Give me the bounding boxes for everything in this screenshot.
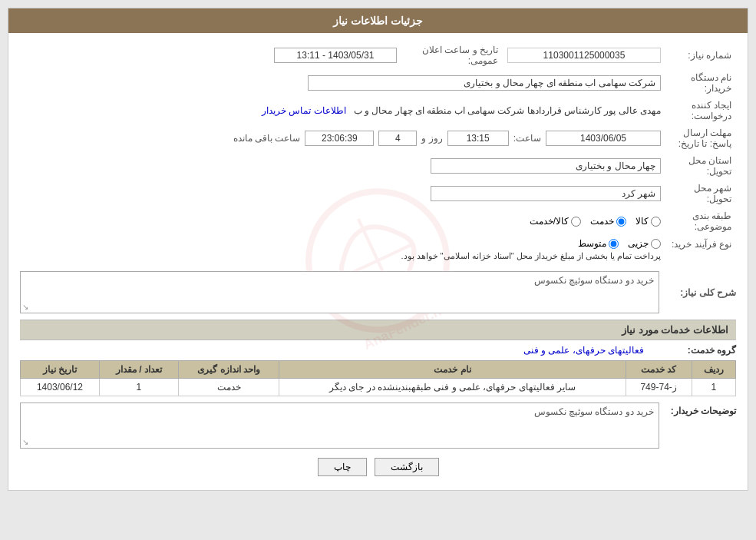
requester-value: مهدی عالی پور کارشناس قراردادها شرکت سها… [354,105,661,116]
cell-row-num: 1 [692,379,735,396]
purchase-type-jozi-input[interactable] [651,239,661,249]
cell-service-name: سایر فعالیتهای حرفهای، علمی و فنی طبقهبن… [279,379,626,396]
services-section-header: اطلاعات خدمات مورد نیاز [20,320,736,340]
cell-service-code: ز-74-749 [626,379,692,396]
group-service-label: گروه خدمت: [644,345,736,356]
general-desc-value: خرید دو دستگاه سوئیچ نکسوس [534,275,654,286]
purchase-type-motevaset-label: متوسط [578,238,606,249]
purchase-type-jozi-label: جزیی [628,238,649,249]
back-button[interactable]: بازگشت [375,458,439,476]
need-number-label: شماره نیاز: [688,50,731,61]
response-time-label: ساعت: [513,133,541,144]
subject-radio-khedmat-input[interactable] [616,217,626,227]
buyer-org-label: نام دستگاه خریدار: [691,72,731,94]
subject-label: طبقه بندی موضوعی: [692,210,731,232]
page-header: جزئیات اطلاعات نیاز [8,8,748,33]
purchase-type-motevaset: متوسط [578,238,619,249]
table-row: 1 ز-74-749 سایر فعالیتهای حرفهای، علمی و… [21,379,736,396]
requester-contact-link[interactable]: اطلاعات تماس خریدار [262,105,346,116]
subject-kala-khedmat-label: کالا/خدمت [530,216,569,227]
col-row-num: ردیف [692,361,735,379]
subject-radio-kala: کالا [636,216,661,227]
response-days-label: روز و [421,133,442,144]
print-button[interactable]: چاپ [318,458,367,476]
subject-kala-label: کالا [636,216,649,227]
delivery-province-value: چهار محال و بختیاری [431,158,661,174]
cell-need-date: 1403/06/12 [21,379,100,396]
subject-radio-kala-khedmat: کالا/خدمت [530,216,581,227]
resize-arrow: ↘ [22,303,28,311]
purchase-type-note: پرداخت تمام یا بخشی از مبلغ خریداز محل "… [25,251,661,261]
response-time: 13:15 [447,131,509,146]
col-need-date: تاریخ نیاز [21,361,100,379]
buyer-notes-box: خرید دو دستگاه سوئیچ نکسوس ↘ [20,403,659,449]
announce-date-label: تاریخ و ساعت اعلان عمومی: [422,45,498,66]
subject-radio-kala-input[interactable] [651,217,661,227]
col-service-code: کد خدمت [626,361,692,379]
resize-arrow-2: ↘ [22,438,28,446]
response-deadline-label: مهلت ارسال پاسخ: تا تاریخ: [678,128,731,149]
delivery-city-value: شهر کرد [431,186,661,201]
requester-label: ایجاد کننده درخواست: [692,100,731,121]
need-number-value: 1103001125000035 [507,48,661,63]
countdown-label: ساعت باقی مانده [233,133,301,144]
general-desc-box: خرید دو دستگاه سوئیچ نکسوس ↘ [20,271,659,313]
group-service-value[interactable]: فعالیتهای حرفهای، علمی و فنی [523,345,644,356]
services-table: ردیف کد خدمت نام خدمت واحد اندازه گیری ت… [20,360,736,396]
buyer-org-value: شرکت سهامی اب منطقه ای چهار محال و بختیا… [308,75,661,91]
subject-radio-kala-khedmat-input[interactable] [571,217,581,227]
purchase-type-label: نوع فرآیند خرید: [672,239,731,250]
announce-date-value: 1403/05/31 - 13:11 [274,48,397,63]
buttons-row: بازگشت چاپ [20,458,736,476]
subject-radio-khedmat: خدمت [590,216,626,227]
response-date: 1403/06/05 [546,131,661,146]
delivery-province-label: استان محل تحویل: [688,155,731,177]
response-countdown: 23:06:39 [305,131,374,146]
purchase-type-motevaset-input[interactable] [609,239,619,249]
cell-quantity: 1 [99,379,178,396]
general-desc-label: شرح کلی نیاز: [659,287,736,298]
cell-unit: خدمت [178,379,279,396]
col-service-name: نام خدمت [279,361,626,379]
purchase-type-jozi: جزیی [628,238,661,249]
buyer-notes-value: خرید دو دستگاه سوئیچ نکسوس [534,406,654,417]
response-days: 4 [378,131,417,146]
col-unit: واحد اندازه گیری [178,361,279,379]
col-quantity: تعداد / مقدار [99,361,178,379]
subject-khedmat-label: خدمت [590,216,614,227]
delivery-city-label: شهر محل تحویل: [694,183,731,204]
buyer-notes-label: توضیحات خریدار: [659,403,736,416]
